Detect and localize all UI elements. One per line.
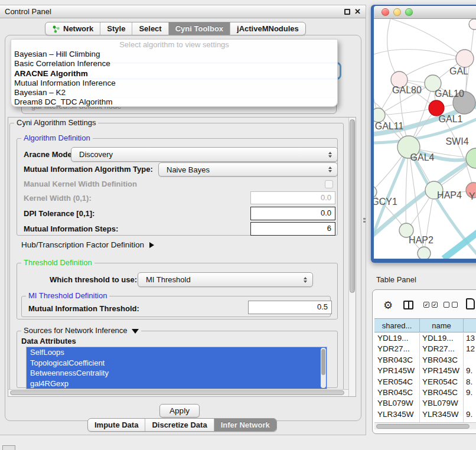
- apply-button[interactable]: Apply: [159, 404, 200, 418]
- table-cell: [464, 398, 476, 409]
- tab-select-label: Select: [139, 24, 161, 33]
- table-row[interactable]: YDL19...YDL19...13: [374, 333, 476, 344]
- control-panel-tabs: NetworkStyleSelectCyni ToolboxjActiveMNo…: [45, 22, 306, 35]
- mi-algorithm-type-combo[interactable]: Naive Bayes: [158, 162, 338, 177]
- zoom-traffic-light[interactable]: [405, 8, 413, 16]
- table-row[interactable]: YBR045CYBR045C9.: [374, 387, 476, 398]
- attribute-item-betweennesscentrality[interactable]: BetweennessCentrality: [27, 368, 327, 379]
- network-icon: [52, 25, 60, 33]
- table-cell: 13: [464, 333, 476, 344]
- network-view-window: GALGAL80GAL10GAL1GAL11GAL4SWI4GCY1HAP4YH…: [371, 5, 476, 263]
- dpi-tolerance-field[interactable]: 0.0: [250, 207, 335, 220]
- tab-select[interactable]: Select: [132, 22, 168, 35]
- control-panel-title: Control Panel: [0, 7, 51, 16]
- gear-icon[interactable]: ⚙: [383, 299, 393, 312]
- table-row[interactable]: YDR27...YDR27...12: [374, 344, 476, 354]
- mi-steps-field[interactable]: 6: [250, 222, 335, 236]
- node-label-gal4: GAL4: [410, 152, 435, 162]
- network-edge[interactable]: [392, 19, 465, 58]
- network-canvas[interactable]: GALGAL80GAL10GAL1GAL11GAL4SWI4GCY1HAP4YH…: [374, 19, 476, 259]
- column-header-name[interactable]: name: [420, 319, 464, 332]
- network-edge[interactable]: [387, 19, 399, 80]
- network-node-gcy1[interactable]: [374, 186, 377, 198]
- columns-icon[interactable]: [403, 301, 413, 309]
- control-panel-bottom-tabs: Impute DataDiscretize DataInfer Network: [87, 418, 277, 432]
- document-icon[interactable]: [466, 298, 475, 309]
- split-pane-grip[interactable]: [363, 217, 366, 224]
- settings-hscrollbar-thumb[interactable]: [10, 390, 344, 395]
- column-header-a[interactable]: A: [464, 319, 476, 332]
- float-window-icon[interactable]: [344, 9, 350, 15]
- tab-infer-network[interactable]: Infer Network: [214, 419, 276, 431]
- network-node[interactable]: [418, 247, 431, 259]
- table-cell: YER054C: [374, 377, 420, 387]
- mi-algorithm-type-value: Naive Bayes: [159, 165, 328, 174]
- tab-impute-data[interactable]: Impute Data: [88, 419, 145, 431]
- table-row[interactable]: YBR043CYBR043C: [374, 355, 476, 366]
- table-cell: YBL079W: [374, 398, 420, 409]
- mi-steps-value: 6: [327, 224, 331, 233]
- column-header-shared[interactable]: shared...: [374, 319, 420, 332]
- collapsed-panel-chip[interactable]: [2, 445, 15, 450]
- network-node-gal11[interactable]: [374, 108, 385, 122]
- hub-section-toggle[interactable]: Hub/Transcription Factor Definition: [21, 240, 154, 249]
- mi-threshold-value: 0.5: [317, 302, 328, 311]
- mi-threshold-field[interactable]: 0.5: [248, 301, 332, 314]
- algorithm-option-basic-correlation-inference[interactable]: Basic Correlation Inference: [11, 59, 337, 69]
- network-edge[interactable]: [406, 147, 409, 230]
- sources-group-title[interactable]: Sources for Network Inference: [21, 327, 141, 335]
- table-row[interactable]: YER054CYER054C8.: [374, 377, 476, 387]
- node-label-swi4: SWI4: [445, 136, 468, 146]
- table-cell: [464, 355, 476, 366]
- tab-infer-network-label: Infer Network: [221, 420, 270, 429]
- select-all-checks-icon[interactable]: ✓✓: [423, 302, 438, 308]
- algorithm-dropdown-popup: Select algorithm to view settings Bayesi…: [11, 39, 338, 107]
- close-icon[interactable]: ✕: [354, 7, 361, 16]
- kernel-width-field[interactable]: 0.0: [250, 191, 335, 204]
- network-node[interactable]: [469, 19, 476, 30]
- attribute-item-selfloops[interactable]: SelfLoops: [27, 347, 327, 358]
- minimize-traffic-light[interactable]: [393, 8, 401, 16]
- table-cell: YLR345W: [420, 409, 464, 420]
- tab-cyni-toolbox-label: Cyni Toolbox: [175, 24, 223, 33]
- manual-kernel-width-checkbox[interactable]: [325, 180, 333, 188]
- mi-threshold-group-title: MI Threshold Definition: [26, 292, 109, 300]
- mi-threshold-label: Mutual Information Threshold:: [28, 304, 139, 313]
- tab-jactivemnodules[interactable]: jActiveMNodules: [230, 22, 305, 35]
- network-edge[interactable]: [374, 49, 465, 58]
- table-row[interactable]: YBL079WYBL079W: [374, 398, 476, 409]
- sources-title-text: Sources for Network Inference: [24, 326, 128, 335]
- table-row[interactable]: YLR345WYLR345W9.: [374, 409, 476, 420]
- settings-vscrollbar-thumb[interactable]: [350, 119, 355, 293]
- combo-arrows-icon: [328, 152, 332, 158]
- table-cell: 12: [464, 344, 476, 354]
- aracne-mode-combo[interactable]: Discovery: [71, 147, 338, 162]
- algorithm-option-aracne-algorithm[interactable]: ARACNE Algorithm: [11, 69, 337, 79]
- table-hscrollbar-thumb[interactable]: [376, 424, 470, 429]
- table-cell: YDR27...: [374, 344, 420, 354]
- node-label-gal80: GAL80: [392, 85, 422, 95]
- algorithm-option-dream8-dc-tdc-algorithm[interactable]: Dream8 DC_TDC Algorithm: [11, 97, 337, 107]
- network-window-titlebar[interactable]: [374, 6, 476, 19]
- table-cell: 9.: [464, 387, 476, 398]
- deselect-all-checks-icon[interactable]: [444, 302, 458, 308]
- node-label-hap2: HAP2: [409, 235, 433, 245]
- algorithm-option-mutual-information-inference[interactable]: Mutual Information Inference: [11, 79, 337, 88]
- tab-network[interactable]: Network: [45, 22, 100, 35]
- algorithm-option-bayesian-k2[interactable]: Bayesian – K2: [11, 88, 337, 97]
- attribute-item-gal4rgexp[interactable]: gal4RGexp: [27, 379, 327, 389]
- table-row[interactable]: YPR145WYPR145W9.: [374, 366, 476, 376]
- table-cell: YBR043C: [420, 355, 464, 366]
- attributes-scrollbar-thumb[interactable]: [321, 349, 325, 375]
- tab-cyni-toolbox[interactable]: Cyni Toolbox: [168, 22, 230, 35]
- network-node-gal[interactable]: [456, 50, 474, 67]
- tab-style[interactable]: Style: [100, 22, 132, 35]
- table-panel: ⚙ ✓✓ shared...nameA YDL19...YDL19...13YD…: [372, 289, 476, 434]
- which-threshold-combo[interactable]: MI Threshold: [138, 272, 313, 287]
- close-traffic-light[interactable]: [382, 8, 389, 16]
- attribute-item-topologicalcoefficient[interactable]: TopologicalCoefficient: [27, 358, 327, 369]
- algorithm-option-bayesian-hill-climbing[interactable]: Bayesian – Hill Climbing: [11, 50, 337, 59]
- table-cell: YBL079W: [420, 398, 464, 409]
- kernel-width-value: 0.0: [321, 193, 331, 202]
- tab-discretize-data[interactable]: Discretize Data: [145, 419, 213, 431]
